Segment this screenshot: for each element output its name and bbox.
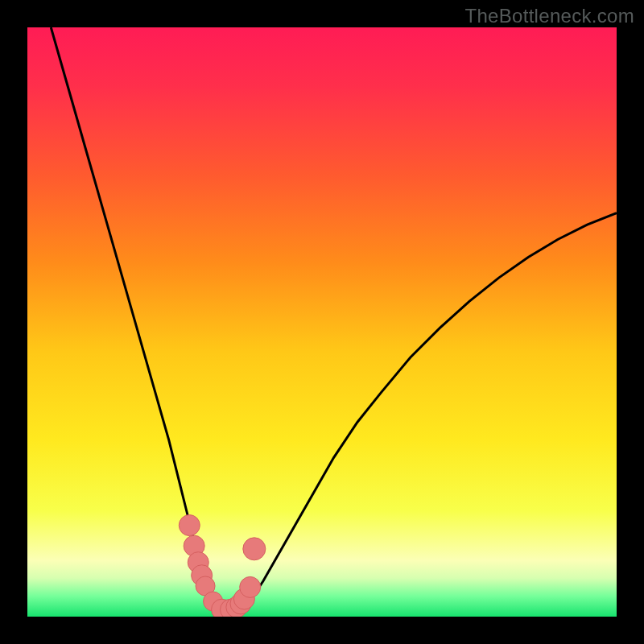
watermark-text: TheBottleneck.com xyxy=(464,5,634,27)
gradient-background xyxy=(27,27,617,617)
marker-point xyxy=(179,515,200,536)
plot-area xyxy=(27,27,617,617)
bottleneck-chart xyxy=(27,27,617,617)
marker-point xyxy=(240,576,261,597)
outer-frame: TheBottleneck.com xyxy=(0,0,644,644)
marker-point xyxy=(243,538,266,560)
